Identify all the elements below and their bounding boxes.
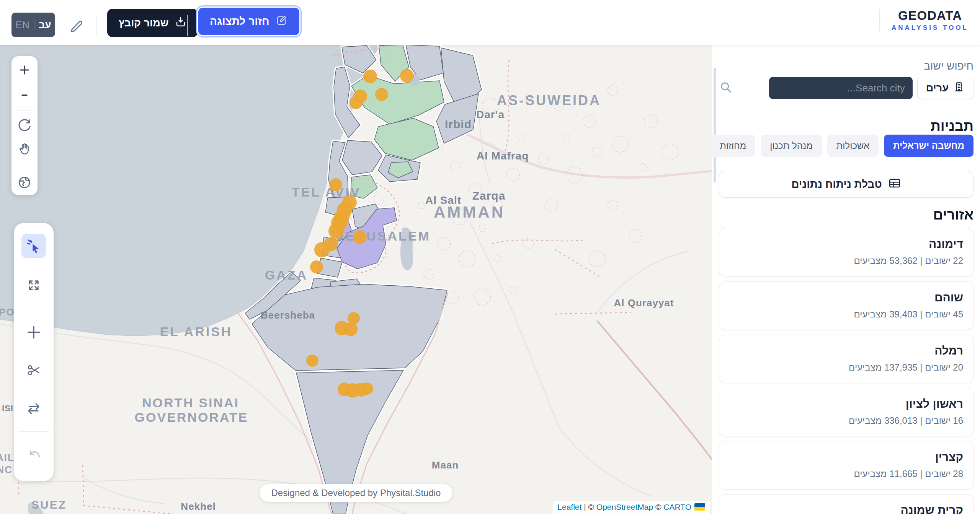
zoom-in-button[interactable] [11,61,38,79]
sidebar-scrollbar[interactable] [714,68,716,182]
expand-tool-button[interactable] [21,273,46,298]
region-card-5[interactable]: קרית שמונה [719,494,973,514]
map-label: Zarqa [472,189,506,202]
region-card-0[interactable]: דימונה22 ישובים | 53,362 מצביעים [719,228,973,277]
carto-link[interactable]: CARTO [663,503,691,511]
settlement-marker[interactable] [353,230,367,244]
settlement-marker[interactable] [361,382,373,395]
logo-title: GEODATA [898,8,962,23]
map-label: ISI [2,403,13,413]
edit-pencil-button[interactable] [68,17,85,34]
region-card-1[interactable]: שוהם45 ישובים | 39,403 מצביעים [719,281,973,330]
map-label: GOVERNORATE [135,410,248,425]
building-icon [953,81,965,95]
map-label: Al Salt [425,194,461,206]
settlement-marker[interactable] [329,178,342,191]
map-label: PO [0,306,15,318]
tab-0[interactable]: מחשבה ישראלית [884,135,973,157]
map-canvas[interactable]: TEL AVIVJERUSALEMGAZAAMMANAS-SUWEIDAEL A… [0,45,712,514]
region-meta: 45 ישובים | 39,403 מצביעים [729,309,963,320]
top-bar: EN עב שמור קובץ חזור לתצוגה [0,0,980,45]
region-name: קרית שמונה [729,504,963,514]
osm-link[interactable]: OpenStreetMap [596,503,653,511]
map-tools-panel [14,223,54,481]
swap-tool-button[interactable] [21,396,46,421]
pencil-icon [69,16,85,34]
settlement-marker[interactable] [344,322,358,336]
settlement-marker[interactable] [310,260,323,273]
back-to-view-label: חזור לתצוגה [210,15,270,28]
template-tabs: מחשבה ישראליתאשכולותמנהל תכנוןמחוזות [719,135,973,158]
zoom-out-button[interactable] [11,86,38,104]
reset-view-button[interactable] [11,116,38,134]
map-label: Al Qurayyat [614,297,674,309]
map-label: NC [0,464,13,475]
cities-button-label: ערים [926,82,949,94]
language-option-he[interactable]: עב [39,19,51,31]
region-meta: 22 ישובים | 53,362 מצביעים [729,255,963,266]
tab-3[interactable]: מחוזות [712,135,755,157]
panel-divider [18,306,49,306]
select-tool-button[interactable] [21,234,46,258]
map-label: SUEZ [31,498,67,511]
region-card-3[interactable]: ראשון לציון16 ישובים | 336,013 מצביעים [719,388,973,436]
settlement-marker[interactable] [363,70,377,83]
geodata-app: EN עב שמור קובץ חזור לתצוגה [0,0,980,514]
region-name: ראשון לציון [729,397,963,410]
search-settlement-heading: חיפוש ישוב [924,60,973,72]
map-attribution: Leaflet | © OpenStreetMap © CARTO [553,501,710,514]
region-meta: 16 ישובים | 336,013 מצביעים [729,415,963,426]
region-name: קצרין [729,451,963,464]
region-card-2[interactable]: רמלה20 ישובים | 137,935 מצביעים [719,335,973,383]
region-name: רמלה [729,344,963,357]
leaflet-link[interactable]: Leaflet [557,503,581,511]
data-analysis-table-label: טבלת ניתוח נתונים [791,178,882,190]
search-icon [719,80,733,96]
leaflet-map[interactable]: TEL AVIVJERUSALEMGAZAAMMANAS-SUWEIDAEL A… [0,45,712,514]
settlement-marker[interactable] [348,312,360,324]
app-logo: GEODATA ANALYSIS TOOL [879,8,969,32]
cut-tool-button[interactable] [21,358,46,382]
region-name: שוהם [729,291,963,304]
search-row: ערים [719,76,973,99]
tab-2[interactable]: מנהל תכנון [761,135,822,157]
region-name: דימונה [729,237,963,250]
attribution-separator: | © [581,503,596,511]
data-analysis-table-button[interactable]: טבלת ניתוח נתונים [719,171,973,198]
save-file-label: שמור קובץ [119,17,169,29]
settlement-marker[interactable] [375,88,388,101]
region-card-4[interactable]: קצרין28 ישובים | 11,665 מצביעים [719,441,973,490]
map-label: AIL [0,452,15,463]
globe-button[interactable] [11,173,38,192]
settlement-marker[interactable] [350,96,363,109]
back-to-view-ring: חזור לתצוגה [196,5,302,37]
templates-heading: תבניות [931,118,973,134]
settlement-marker[interactable] [400,69,414,83]
tab-1[interactable]: אשכולות [827,135,879,157]
attribution-separator: © [653,503,663,511]
search-city-input[interactable] [769,77,913,99]
undo-button[interactable] [21,442,46,467]
map-label: Dar'a [476,109,505,120]
language-toggle[interactable]: EN עב [11,13,55,37]
back-to-view-button[interactable]: חזור לתצוגה [198,8,299,35]
region-meta: 28 ישובים | 11,665 מצביעים [729,468,963,479]
logo-subtitle: ANALYSIS TOOL [892,24,969,32]
map-label: EL ARISH [160,324,232,339]
cities-button[interactable]: ערים [917,77,973,99]
map-label: Maan [432,459,459,471]
map-label: JERUSALEM [336,229,431,243]
settlement-marker[interactable] [306,355,318,367]
panel-divider [18,431,49,432]
header-divider [96,15,97,36]
language-option-en[interactable]: EN [16,19,29,31]
settlement-marker[interactable] [314,242,330,257]
pan-hand-button[interactable] [11,140,38,158]
save-file-button[interactable]: שמור קובץ [107,9,198,37]
header-divider [187,15,188,36]
add-tool-button[interactable] [21,320,46,345]
map-label: NORTH SINAI [142,395,239,410]
edit-square-icon [276,14,288,29]
map-label: Nekhel [181,501,216,512]
settlement-marker[interactable] [328,223,344,239]
